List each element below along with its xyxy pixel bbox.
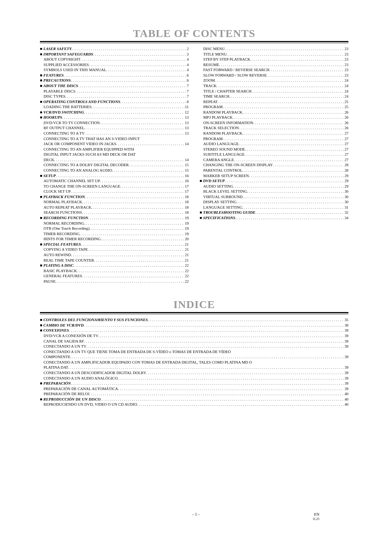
toc-dots	[101, 236, 184, 242]
toc-dots	[245, 152, 344, 157]
toc-entry: ■CONEXIONES39	[40, 328, 348, 333]
toc-entry-page: 26	[344, 110, 348, 115]
divider	[40, 312, 348, 313]
toc-entry-page: 19	[184, 215, 189, 221]
toc-entry: STEP BY STEP PLAYBACK23	[200, 57, 348, 62]
toc-dots	[267, 73, 344, 78]
toc-entry: ■DVD SETUP29	[200, 178, 348, 184]
toc-entry-label: MARKER SETUP SCREEN	[203, 173, 249, 179]
page-number: – 5 –	[192, 512, 200, 516]
toc-entry-page: 28	[344, 162, 348, 168]
toc-entry-page: 14	[184, 157, 189, 163]
toc-entry: TIMER RECORDING19	[40, 231, 189, 237]
toc-entry-page: 13	[184, 125, 189, 131]
toc-entry-page: 6	[186, 73, 189, 78]
toc-entry-page: 32	[344, 210, 348, 215]
toc-entry-page: 14	[184, 141, 189, 147]
toc-entry-label: CONNECTING TO A TV THAT HAS AN S-VIDEO I…	[44, 136, 140, 142]
toc-entry-label: TRACK	[203, 83, 217, 89]
toc-entry-label: MP3 PLAYBACK	[203, 115, 233, 120]
toc-entry: AUTOMATIC CHANNEL SET UP16	[40, 178, 189, 184]
toc-entry-label: NORMAL RECORDING	[44, 221, 84, 226]
toc-entry-label: REAL TIME TAPE COUNTER	[44, 258, 94, 263]
toc-entry-label: PROGRAM	[203, 136, 222, 142]
toc-dots	[112, 168, 184, 173]
toc-entry: CLOCK SET UP17	[40, 189, 189, 194]
toc-dots	[106, 67, 186, 73]
toc-entry-label: PLAYABLE DISCS	[44, 89, 75, 94]
toc-entry-page: 40	[344, 391, 348, 397]
toc-entry-label: ■HOOKUPS	[40, 115, 62, 120]
toc-entry-page: 34	[344, 215, 348, 221]
toc-entry-page: 24	[344, 89, 348, 94]
toc-entry-page: 24	[344, 83, 348, 89]
toc-entry-page: 4	[186, 67, 189, 73]
toc-entry: DIGITAL INPUT JACKS SUCH AS MD DECK OR D…	[40, 152, 189, 157]
toc-entry: ■IMPORTANT SAFEGUARDS3	[40, 52, 189, 57]
toc-entry-page: 26	[344, 115, 348, 120]
toc-entry: PROGRAM27	[200, 136, 348, 142]
toc-dots	[239, 125, 344, 131]
toc-dots	[88, 215, 184, 221]
toc-entry-label: RF OUTPUT CHANNEL	[44, 125, 85, 131]
toc-dots	[116, 141, 184, 147]
toc-heading: TABLE OF CONTENTS	[40, 27, 348, 40]
toc-entry-label: ■PRECAUTIONS	[40, 78, 71, 83]
toc-entry-label: SLOW FORWARD / SLOW REVERSE	[203, 73, 267, 78]
toc-entry: ■HOOKUPS13	[40, 115, 189, 120]
toc-entry-page: 29	[344, 173, 348, 179]
toc-dots	[71, 381, 344, 386]
toc-entry: PAUSE22	[40, 279, 189, 284]
toc-entry: ■RECORDING FUNCTION19	[40, 215, 189, 221]
toc-entry: REAL TIME TAPE COUNTER21	[40, 258, 189, 263]
toc-entry-label: BLACK LEVEL SETTING	[203, 189, 247, 194]
toc-entry-page: 26	[344, 125, 348, 131]
toc-entry: ■SPECIFICATIONS34	[200, 215, 348, 221]
toc-dots	[74, 263, 184, 268]
toc-entry: SYMBOLS USED IN THIS MANUAL4	[40, 67, 189, 73]
toc-entry-label: AUTOMATIC CHANNEL SET UP	[44, 178, 100, 184]
toc-dots	[245, 147, 344, 152]
toc-entry: FAST FORWARD / REVERSE SEARCH23	[200, 67, 348, 73]
toc-entry: ■PRECAUTIONS6	[40, 78, 189, 83]
toc-entry-page: 18	[184, 194, 189, 200]
toc-entry-label: SUPPLIED ACCESSORIES	[44, 62, 89, 67]
toc-dots	[129, 162, 184, 168]
toc-entry-label: REPRODUCIENDO UN DVD, VIDEO O UN CD AUDI…	[44, 402, 137, 407]
toc-entry-label: DIGITAL INPUT JACKS SUCH AS MD DECK OR D…	[44, 152, 135, 157]
toc-entry-page: 40	[344, 397, 348, 402]
toc-entry-label: COMPONENTE	[44, 354, 70, 360]
toc-entry-page: 7	[186, 83, 189, 89]
toc-entry-page: 4	[186, 62, 189, 67]
toc-entry-label: ■CONTROLES DEL FUNCIONAMIENTO Y SUS FUNC…	[40, 317, 148, 323]
toc-entry: ■CAMBIO DE VCR/DVD38	[40, 323, 348, 328]
toc-entry-label: FAST FORWARD / REVERSE SEARCH	[203, 67, 269, 73]
toc-entry-page: 23	[344, 52, 348, 57]
toc-entry-page: 19	[184, 221, 189, 226]
toc-entry: COMPONENTE39	[40, 354, 348, 360]
toc-entry-label: CLOCK SET UP	[44, 189, 71, 194]
toc-entry-label: TITLE MENU	[203, 52, 226, 57]
toc-entry: ■PLAYING A DISC22	[40, 263, 189, 268]
toc-entry-label: SEARCH FUNCTIONS	[44, 210, 82, 215]
toc-entry-label: ■PLAYBACK FUNCTION	[40, 194, 85, 200]
toc-entry-label: VIRTUAL SURROUND	[203, 194, 242, 200]
toc-dots	[71, 252, 184, 258]
toc-entry: DECK14	[40, 157, 189, 163]
toc-entry-page: 39	[344, 344, 348, 349]
toc-entry-page: 30	[344, 199, 348, 205]
toc-entry: ■LASER SAFETY2	[40, 46, 189, 52]
toc-dots	[89, 62, 186, 67]
toc-dots	[273, 162, 344, 168]
toc-entry-label: CONECTANDO A UN DESCODIFICADOR DIGITAL D…	[44, 370, 146, 376]
toc-dots	[69, 328, 344, 333]
toc-entry-page: 7	[186, 94, 189, 99]
toc-entry-label: DVD/VCR TO TV CONNECTION	[44, 120, 100, 126]
toc-dots	[233, 184, 344, 189]
toc-entry: SEARCH FUNCTIONS18	[40, 210, 189, 215]
toc-columns: ■LASER SAFETY2■IMPORTANT SAFEGUARDS3ABOU…	[40, 46, 348, 284]
toc-dots	[89, 391, 344, 397]
toc-entry-page: 39	[344, 333, 348, 339]
toc-dots	[233, 115, 344, 120]
toc-entry: DISPLAY SETTING30	[200, 199, 348, 205]
